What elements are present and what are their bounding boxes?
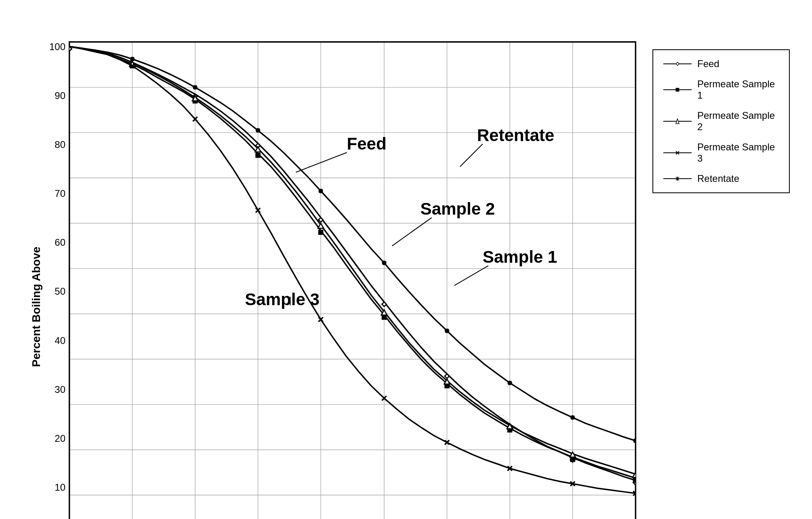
- annotation-feed: Feed: [347, 134, 386, 153]
- svg-rect-39: [570, 457, 575, 462]
- y-tick-100: 100: [49, 42, 65, 52]
- annotation-retentate: Retentate: [477, 126, 554, 145]
- y-ticks: 0 10 20 30 40 50 60 70 80 90 100: [46, 41, 69, 519]
- main-chart-svg: Feed Retentate Sample 2 Sample 1 Sample …: [69, 41, 636, 519]
- legend-label-sample3: Permeate Sample 3: [697, 141, 779, 164]
- legend-line-retentate: [663, 175, 692, 183]
- svg-marker-27: [382, 302, 386, 306]
- chart-inner: Percent Boiling Above 0 10 20 30 40 50 6…: [22, 41, 636, 519]
- svg-rect-112: [676, 88, 679, 91]
- y-tick-70: 70: [55, 189, 65, 198]
- legend-line-sample2: [663, 117, 692, 125]
- legend-line-sample1: [663, 86, 692, 94]
- svg-line-105: [460, 144, 483, 167]
- svg-rect-40: [633, 478, 636, 483]
- svg-rect-34: [256, 153, 260, 158]
- svg-marker-26: [318, 217, 323, 222]
- annotation-sample3: Sample 3: [245, 290, 320, 309]
- legend-line-sample3: [663, 149, 692, 157]
- legend-item-sample1: Permeate Sample 1: [663, 78, 779, 101]
- chart-plot-area: 0 10 20 30 40 50 60 70 80 90 100: [46, 41, 636, 519]
- chart-area: Percent Boiling Above 0 10 20 30 40 50 6…: [22, 41, 636, 486]
- y-tick-60: 60: [55, 238, 65, 247]
- legend-item-feed: Feed: [663, 58, 779, 70]
- svg-marker-45: [381, 310, 387, 315]
- legend-label-retentate: Retentate: [697, 173, 739, 184]
- y-tick-20: 20: [55, 434, 65, 443]
- legend-item-sample3: Permeate Sample 3: [663, 141, 779, 164]
- y-tick-40: 40: [55, 336, 65, 346]
- svg-marker-110: [676, 62, 679, 65]
- legend-item-retentate: Retentate: [663, 173, 779, 184]
- y-tick-90: 90: [55, 91, 65, 101]
- svg-line-106: [392, 217, 432, 246]
- legend-label-sample2: Permeate Sample 2: [697, 110, 779, 133]
- annotation-sample2: Sample 2: [421, 199, 495, 218]
- svg-rect-35: [318, 230, 323, 234]
- legend-label-feed: Feed: [697, 58, 719, 70]
- legend-item-sample2: Permeate Sample 2: [663, 110, 779, 133]
- legend-line-feed: [663, 60, 692, 68]
- chart-container: Percent Boiling Above 0 10 20 30 40 50 6…: [22, 41, 790, 486]
- annotation-sample1: Sample 1: [483, 247, 557, 266]
- legend: Feed Permeate Sample 1 Permeate Sample 2: [652, 49, 790, 193]
- y-tick-10: 10: [55, 483, 65, 492]
- y-tick-30: 30: [55, 385, 65, 395]
- svg-marker-44: [318, 223, 324, 228]
- plot-with-yaxis: 0 10 20 30 40 50 60 70 80 90 100: [46, 41, 636, 519]
- y-axis-label: Percent Boiling Above: [22, 41, 46, 519]
- y-tick-50: 50: [55, 287, 65, 296]
- svg-line-104: [296, 152, 347, 172]
- svg-rect-36: [382, 315, 386, 319]
- y-tick-80: 80: [55, 140, 65, 150]
- legend-label-sample1: Permeate Sample 1: [697, 78, 779, 101]
